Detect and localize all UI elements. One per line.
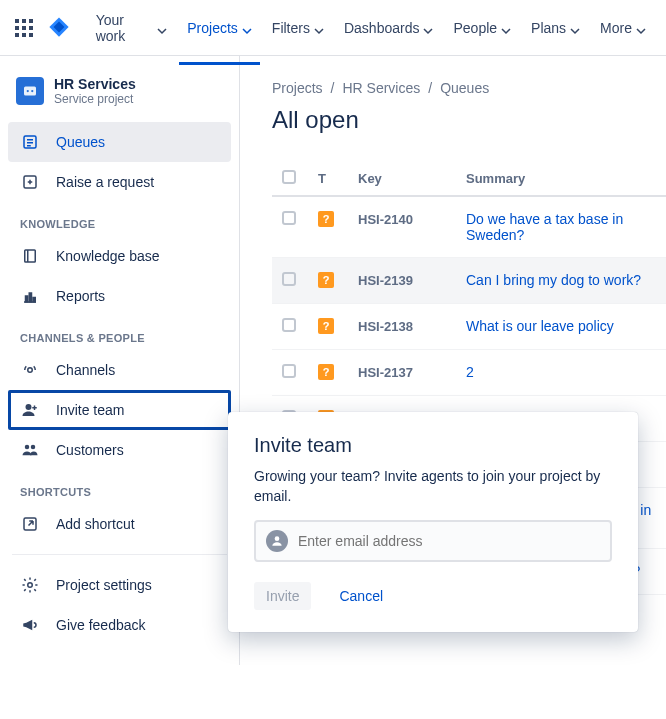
sidebar-item-customers[interactable]: Customers (8, 430, 231, 470)
cancel-button[interactable]: Cancel (327, 582, 395, 610)
nav-item-people[interactable]: People (445, 8, 519, 48)
chevron-down-icon (570, 23, 580, 33)
nav-item-plans[interactable]: Plans (523, 8, 588, 48)
svg-point-33 (275, 537, 280, 542)
table-row[interactable]: ?HSI-2139Can I bring my dog to work? (272, 258, 666, 304)
column-header-type[interactable]: T (308, 162, 348, 196)
sidebar-item-raise-request[interactable]: Raise a request (8, 162, 231, 202)
issue-key[interactable]: HSI-2139 (358, 273, 413, 288)
app-switcher-icon[interactable] (12, 16, 36, 40)
dialog-actions: Invite Cancel (254, 582, 612, 610)
svg-rect-2 (29, 19, 33, 23)
sidebar-item-label: Raise a request (56, 174, 154, 190)
nav-item-dashboards[interactable]: Dashboards (336, 8, 442, 48)
sidebar-item-give-feedback[interactable]: Give feedback (8, 605, 231, 645)
svg-rect-3 (15, 26, 19, 30)
jira-logo-icon[interactable] (48, 16, 72, 40)
svg-rect-6 (15, 33, 19, 37)
issue-key[interactable]: HSI-2137 (358, 365, 413, 380)
nav-item-your-work[interactable]: Your work (88, 8, 176, 48)
shortcut-icon (20, 514, 40, 534)
issue-type-icon: ? (318, 211, 334, 227)
svg-rect-5 (29, 26, 33, 30)
sidebar-item-label: Customers (56, 442, 124, 458)
row-checkbox[interactable] (282, 364, 296, 378)
sidebar-item-knowledge-base[interactable]: Knowledge base (8, 236, 231, 276)
issue-summary[interactable]: Can I bring my dog to work? (466, 272, 641, 288)
nav-item-projects[interactable]: Projects (179, 8, 260, 48)
page-title: All open (272, 106, 666, 134)
row-checkbox[interactable] (282, 211, 296, 225)
sidebar-item-invite-team[interactable]: Invite team (8, 390, 231, 430)
svg-point-26 (26, 404, 32, 410)
sidebar-item-channels[interactable]: Channels (8, 350, 231, 390)
sidebar-item-label: Queues (56, 134, 105, 150)
sidebar-heading-knowledge: KNOWLEDGE (8, 202, 231, 236)
issue-summary[interactable]: Do we have a tax base in Sweden? (466, 211, 623, 243)
select-all-checkbox[interactable] (282, 170, 296, 184)
breadcrumb-link[interactable]: Queues (440, 80, 489, 96)
project-header: HR Services Service project (8, 76, 231, 122)
invite-team-dialog: Invite team Growing your team? Invite ag… (228, 412, 638, 632)
sidebar-item-label: Add shortcut (56, 516, 135, 532)
project-subtitle: Service project (54, 92, 136, 106)
svg-point-11 (31, 90, 33, 92)
chevron-down-icon (423, 23, 433, 33)
column-header-key[interactable]: Key (348, 162, 456, 196)
people-icon (20, 440, 40, 460)
chevron-down-icon (636, 23, 646, 33)
sidebar-item-project-settings[interactable]: Project settings (8, 565, 231, 605)
sidebar-item-reports[interactable]: Reports (8, 276, 231, 316)
breadcrumb: Projects / HR Services / Queues (272, 80, 666, 96)
invite-button[interactable]: Invite (254, 582, 311, 610)
breadcrumb-separator: / (331, 80, 335, 96)
table-row[interactable]: ?HSI-21372 (272, 350, 666, 396)
issue-key[interactable]: HSI-2140 (358, 212, 413, 227)
nav-item-more[interactable]: More (592, 8, 654, 48)
broadcast-icon (20, 360, 40, 380)
plus-box-icon (20, 172, 40, 192)
email-input[interactable] (298, 533, 600, 549)
nav-item-filters[interactable]: Filters (264, 8, 332, 48)
breadcrumb-link[interactable]: Projects (272, 80, 323, 96)
sidebar-divider (12, 554, 227, 555)
breadcrumb-separator: / (428, 80, 432, 96)
nav-item-label: More (600, 20, 632, 36)
svg-rect-19 (25, 250, 36, 262)
sidebar-item-add-shortcut[interactable]: Add shortcut (8, 504, 231, 544)
sidebar-item-label: Reports (56, 288, 105, 304)
svg-rect-24 (33, 298, 35, 303)
issue-type-icon: ? (318, 272, 334, 288)
row-checkbox[interactable] (282, 272, 296, 286)
chevron-down-icon (314, 23, 324, 33)
issue-key[interactable]: HSI-2138 (358, 319, 413, 334)
sidebar-heading-channels: CHANNELS & PEOPLE (8, 316, 231, 350)
table-row[interactable]: ?HSI-2138What is our leave policy (272, 304, 666, 350)
svg-rect-8 (29, 33, 33, 37)
chevron-down-icon (157, 23, 167, 33)
nav-item-label: Your work (96, 12, 154, 44)
sidebar-item-label: Give feedback (56, 617, 146, 633)
sidebar-item-label: Channels (56, 362, 115, 378)
sidebar-item-queues[interactable]: Queues (8, 122, 231, 162)
main-content: Projects / HR Services / Queues All open… (240, 56, 666, 665)
row-checkbox[interactable] (282, 318, 296, 332)
breadcrumb-link[interactable]: HR Services (342, 80, 420, 96)
megaphone-icon (20, 615, 40, 635)
email-input-wrapper[interactable] (254, 520, 612, 562)
nav-item-label: Plans (531, 20, 566, 36)
table-row[interactable]: ?HSI-2140Do we have a tax base in Sweden… (272, 196, 666, 258)
issue-summary[interactable]: What is our leave policy (466, 318, 614, 334)
chevron-down-icon (501, 23, 511, 33)
column-header-summary[interactable]: Summary (456, 162, 666, 196)
svg-rect-9 (24, 87, 36, 96)
top-nav: Your workProjectsFiltersDashboardsPeople… (0, 0, 666, 56)
project-avatar-icon (16, 77, 44, 105)
chart-icon (20, 286, 40, 306)
issue-summary[interactable]: 2 (466, 364, 474, 380)
nav-item-label: People (453, 20, 497, 36)
dialog-body: Growing your team? Invite agents to join… (254, 467, 612, 506)
issue-type-icon: ? (318, 364, 334, 380)
sidebar-item-label: Knowledge base (56, 248, 160, 264)
svg-rect-7 (22, 33, 26, 37)
